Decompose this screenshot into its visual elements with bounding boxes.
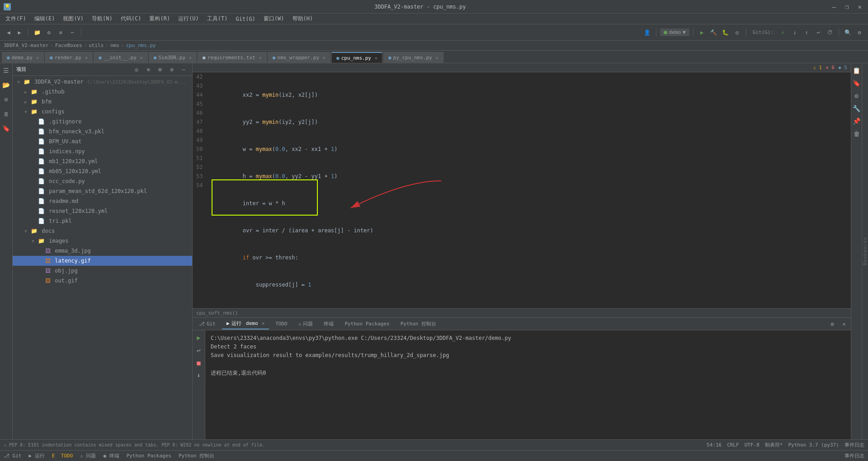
bookmark-right-icon[interactable]: 🔖 (851, 78, 862, 89)
info-count[interactable]: ◆ 5 (838, 65, 847, 71)
toolbar-nav[interactable]: ≡ (56, 28, 66, 38)
sidebar-locate[interactable]: ◎ (132, 65, 142, 75)
structure-right-icon[interactable]: 📋 (851, 65, 862, 76)
sidebar-item-mb1[interactable]: 📄 mb1_120x120.yml (13, 156, 192, 166)
status-run-tab[interactable]: ▶ 运行 (29, 452, 45, 459)
toolbar-forward[interactable]: ▶ (14, 28, 24, 38)
tab-py-cpu-nms[interactable]: ● py_cpu_nms.py ✕ (383, 52, 443, 63)
minimize-button[interactable]: — (830, 2, 839, 11)
tab-cpu-nms[interactable]: ● cpu_nms.py ✕ (331, 52, 382, 63)
git-history[interactable]: ⏱ (825, 28, 835, 38)
sidebar-collapse[interactable]: ≡ (143, 65, 153, 75)
breadcrumb-utils[interactable]: utils (89, 42, 104, 48)
sidebar-item-bfm-pkl[interactable]: 📄 bfm_noneck_v3.pkl (13, 127, 192, 136)
build-button[interactable]: 🔨 (709, 28, 719, 38)
git-push[interactable]: ↑ (802, 28, 811, 38)
sidebar-toggle[interactable]: ☰ (1, 65, 11, 76)
tab-sim3dr-close[interactable]: ✕ (189, 55, 192, 60)
rerun-icon[interactable]: ↩ (195, 345, 202, 356)
menu-git[interactable]: Git(G) (232, 15, 259, 23)
status-line-ending[interactable]: CRLF (727, 442, 739, 448)
sidebar-item-emma[interactable]: 🖼 emma_3d.jpg (13, 246, 192, 256)
tab-render-close[interactable]: ✕ (85, 55, 88, 60)
menu-file[interactable]: 文件(F) (2, 14, 30, 24)
git-check[interactable]: ✓ (778, 28, 788, 38)
menu-window[interactable]: 窗口(W) (260, 14, 288, 24)
run-tab-close[interactable]: ✕ (262, 320, 265, 326)
pin-right-icon[interactable]: 📌 (851, 116, 862, 127)
menu-refactor[interactable]: 重构(R) (146, 14, 174, 24)
coverage-button[interactable]: ◎ (732, 28, 742, 38)
menu-view[interactable]: 视图(V) (59, 14, 87, 24)
structure-icon[interactable]: ≣ (2, 108, 9, 119)
status-python[interactable]: Python 3.7 (py37) (788, 442, 839, 448)
bottom-tab-issues[interactable]: ⚠ 问题 (294, 319, 318, 329)
breadcrumb-root[interactable]: 3DDFA_V2-master (4, 42, 48, 48)
bottom-tab-python-console[interactable]: Python 控制台 (396, 319, 441, 329)
run-button[interactable]: ▶ (697, 28, 707, 38)
status-cursor[interactable]: 54:16 (707, 442, 722, 448)
sidebar-item-github[interactable]: ▶ 📁 .github (13, 87, 192, 97)
sidebar-item-ncc[interactable]: 📄 ncc_code.py (13, 176, 192, 186)
bottom-tab-run[interactable]: ▶ 运行 demo ✕ (222, 319, 269, 329)
gear-right-icon[interactable]: ⚙ (853, 90, 860, 101)
warning-count[interactable]: ⚠ 1 (813, 65, 822, 71)
search-button[interactable]: 🔍 (843, 28, 853, 38)
breadcrumb-faceboxes[interactable]: FaceBoxes (55, 42, 82, 48)
breadcrumb-file[interactable]: cpu_nms.py (126, 42, 156, 48)
git-update[interactable]: ↓ (790, 28, 800, 38)
wrench-right-icon[interactable]: 🔧 (851, 103, 862, 114)
sidebar-item-configs[interactable]: ▼ 📁 configs (13, 107, 192, 117)
project-icon[interactable]: 📂 (0, 80, 12, 90)
tab-demo-close[interactable]: ✕ (36, 55, 39, 60)
debug-button[interactable]: 🐛 (721, 28, 731, 38)
sidebar-minimize[interactable]: — (179, 65, 189, 75)
sidebar-item-indices[interactable]: 📄 indices.npy (13, 146, 192, 156)
sidebar-expand[interactable]: ⊞ (155, 65, 165, 75)
bottom-panel-close[interactable]: ✕ (839, 319, 849, 329)
sidebar-item-gitignore[interactable]: 📄 .gitignore (13, 117, 192, 127)
menu-run[interactable]: 运行(U) (175, 14, 203, 24)
status-console-tab[interactable]: Python 控制台 (179, 452, 214, 459)
sidebar-item-bfm[interactable]: ▶ 📁 bfm (13, 97, 192, 107)
status-pkgs-tab[interactable]: Python Packages (127, 453, 171, 459)
sidebar-root[interactable]: ▼ 📁 3DDFA_V2-master C:\Users\23324\Deskt… (13, 77, 192, 87)
status-terminal-tab[interactable]: ◉ 终端 (103, 452, 119, 459)
status-events-right[interactable]: 事件日志 (844, 452, 864, 459)
sidebar-item-out[interactable]: 🖼 out.gif (13, 276, 192, 286)
menu-edit[interactable]: 编辑(E) (31, 14, 59, 24)
bottom-tab-todo[interactable]: TODO (271, 319, 292, 329)
git-revert[interactable]: ↩ (813, 28, 823, 38)
sidebar-settings[interactable]: ⚙ (167, 65, 177, 75)
status-git-tab[interactable]: ⎇ Git (4, 453, 22, 459)
status-issues-tab[interactable]: ⚠ 问题 (80, 452, 96, 459)
toolbar-back[interactable]: ◀ (4, 28, 14, 38)
code-content[interactable]: xx2 = mymin(ix2, x2[j]) yy2 = mymin(iy2,… (213, 72, 851, 317)
tab-nms-wrapper[interactable]: ● nms_wrapper.py ✕ (268, 52, 330, 63)
menu-help[interactable]: 帮助(H) (289, 14, 317, 24)
sidebar-item-docs[interactable]: ▼ 📁 docs (13, 226, 192, 236)
bottom-tab-terminal[interactable]: 终端 (319, 319, 338, 329)
tab-init-close[interactable]: ✕ (140, 55, 143, 60)
tab-req-close[interactable]: ✕ (259, 55, 262, 60)
commit-icon[interactable]: ⊙ (2, 94, 9, 105)
tab-cpu-close[interactable]: ✕ (375, 56, 377, 61)
bottom-panel-settings[interactable]: ⚙ (827, 319, 837, 329)
sidebar-item-readme[interactable]: 📄 readme.md (13, 196, 192, 206)
tab-render-py[interactable]: ● render.py ✕ (45, 52, 93, 63)
run-icon[interactable]: ▶ (195, 332, 202, 343)
sidebar-item-latency[interactable]: 🖼 latency.gif (13, 256, 192, 266)
tab-demo-py[interactable]: ● demo.py ✕ (2, 52, 44, 63)
tab-pycpu-close[interactable]: ✕ (436, 55, 439, 60)
toolbar-settings[interactable]: ⚙ (44, 28, 54, 38)
tab-init-py[interactable]: ● __init__.py ✕ (94, 52, 148, 63)
trash-right-icon[interactable]: 🗑 (852, 128, 862, 139)
scroll-icon[interactable]: ⬇ (195, 370, 202, 381)
bottom-tab-git[interactable]: ⎇ Git (194, 319, 220, 329)
tab-requirements[interactable]: ● requirements.txt ✕ (198, 52, 267, 63)
breadcrumb-nms[interactable]: nms (110, 42, 119, 48)
stop-icon[interactable]: ■ (195, 358, 202, 368)
sidebar-item-bfm-mat[interactable]: 📄 BFM_UV.mat (13, 136, 192, 146)
toolbar-folders[interactable]: 📁 (32, 28, 42, 38)
status-encoding[interactable]: UTF-8 (745, 442, 760, 448)
